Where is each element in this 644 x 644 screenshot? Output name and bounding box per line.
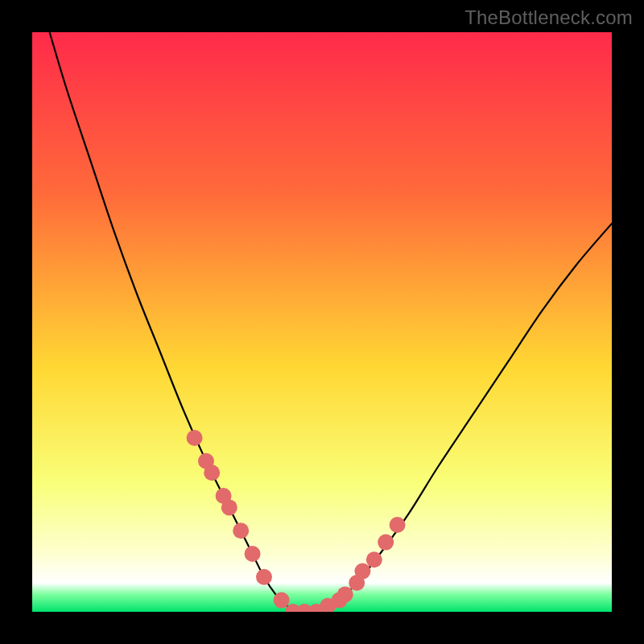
curve-marker	[221, 499, 237, 515]
curve-marker	[187, 430, 203, 446]
plot-area	[32, 32, 612, 612]
watermark-text: TheBottleneck.com	[464, 6, 633, 29]
curve-marker	[390, 517, 406, 533]
curve-marker	[337, 586, 353, 602]
bottleneck-curve	[50, 32, 612, 612]
curve-marker	[366, 551, 382, 568]
curve-layer	[32, 32, 612, 612]
curve-marker	[274, 592, 290, 609]
marker-group	[187, 430, 406, 612]
curve-marker	[245, 546, 261, 562]
curve-marker	[378, 535, 394, 551]
curve-marker	[256, 569, 272, 585]
curve-marker	[233, 522, 249, 539]
chart-frame: TheBottleneck.com	[0, 0, 644, 644]
curve-marker	[204, 464, 220, 481]
curve-marker	[354, 564, 370, 580]
